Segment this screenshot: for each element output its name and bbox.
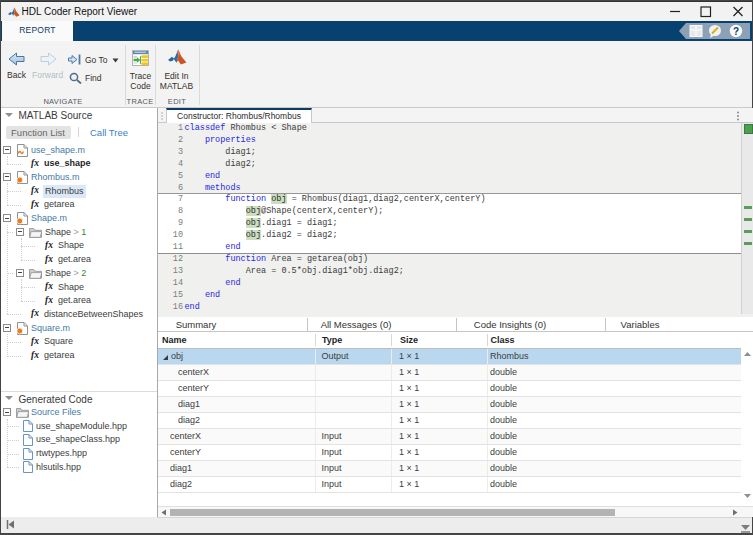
svg-text:?: ? <box>733 26 739 37</box>
